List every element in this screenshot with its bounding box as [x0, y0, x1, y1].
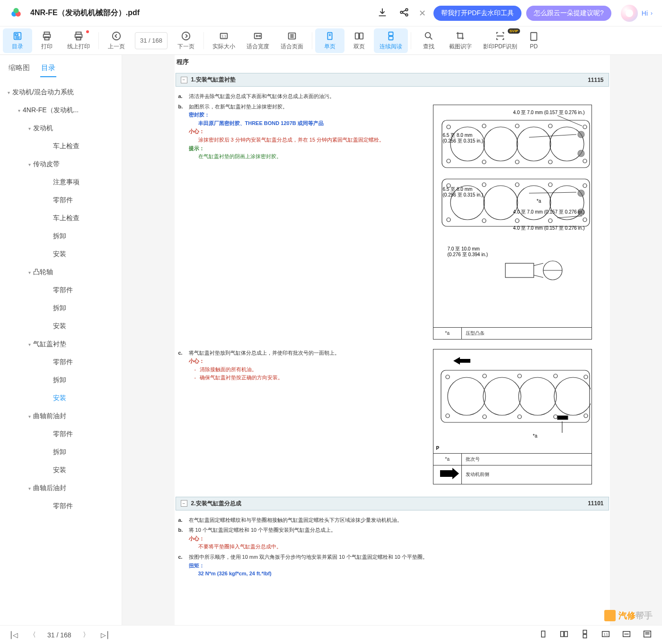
outline-item-label: 安装 [53, 322, 66, 331]
view-fitpage-icon[interactable] [642, 629, 653, 641]
section-code: 11101 [588, 500, 603, 507]
user-hi-text[interactable]: Hi [642, 9, 648, 17]
prev-page-button[interactable]: 上一页 [102, 28, 131, 53]
outline-item[interactable]: 零部件 [0, 353, 122, 371]
outline-item[interactable]: 拆卸 [0, 299, 122, 317]
caution-label: 小心： [189, 127, 428, 136]
outline-tree[interactable]: ▾发动机/混合动力系统▾4NR-FE（发动机...▾发动机车上检查▾传动皮带注意… [0, 78, 122, 625]
outline-item[interactable]: 车上检查 [0, 137, 122, 155]
view-fitwidth-icon[interactable] [621, 629, 632, 641]
promo-button-feedback[interactable]: 怎么跟云一朵提建议呢? [526, 6, 611, 21]
pdf-more-button[interactable]: PD [523, 28, 545, 53]
outline-item[interactable]: ▾传动皮带 [0, 155, 122, 173]
single-page-label: 单页 [324, 43, 335, 51]
user-avatar[interactable] [621, 5, 638, 22]
online-print-button[interactable]: 线上打印 [62, 28, 96, 53]
actual-size-button[interactable]: 1:1 实际大小 [207, 28, 241, 53]
outline-item[interactable]: 安装 [0, 389, 122, 407]
svg-rect-68 [505, 263, 534, 277]
outline-item-label: 发动机/混合动力系统 [12, 88, 74, 97]
outline-item[interactable]: 零部件 [0, 191, 122, 209]
outline-item[interactable]: 零部件 [0, 497, 122, 515]
find-button[interactable]: 查找 [414, 28, 443, 53]
svg-point-81 [554, 377, 591, 415]
double-page-button[interactable]: 双页 [344, 28, 374, 53]
fit-width-button[interactable]: 适合宽度 [241, 28, 275, 53]
diagram-gasket-orientation: *a P *a 批次号 发动机前侧 [433, 349, 592, 484]
print-icon [42, 31, 52, 41]
svg-point-46 [515, 160, 519, 164]
document-viewer[interactable]: 程序 − 1.安装气缸盖衬垫 11115 a. 清洁并去除气缸盖分总成下表面和气… [122, 55, 662, 625]
continuous-read-button[interactable]: 连续阅读 [374, 28, 408, 53]
outline-item[interactable]: ▾曲轴前油封 [0, 407, 122, 425]
outline-item[interactable]: 安装 [0, 245, 122, 263]
svg-rect-95 [541, 631, 545, 637]
first-page-icon[interactable]: ⎮◁ [9, 631, 18, 639]
svg-point-78 [448, 377, 485, 415]
outline-item[interactable]: 拆卸 [0, 227, 122, 245]
view-continuous-icon[interactable] [580, 629, 590, 641]
tab-catalog[interactable]: 目录 [40, 60, 56, 77]
view-single-icon[interactable] [538, 629, 548, 641]
outline-item[interactable]: 拆卸 [0, 371, 122, 389]
svg-point-85 [554, 374, 557, 378]
outline-item[interactable]: 零部件 [0, 281, 122, 299]
outline-item[interactable]: ▾凸轮轴 [0, 263, 122, 281]
sidebar: 缩略图 目录 ▾发动机/混合动力系统▾4NR-FE（发动机...▾发动机车上检查… [0, 55, 122, 625]
outline-item-label: 拆卸 [53, 232, 66, 241]
outline-item-label: 气缸盖衬垫 [33, 340, 66, 349]
svg-point-17 [182, 32, 190, 40]
outline-item-label: 安装 [53, 394, 66, 402]
share-icon[interactable] [399, 7, 409, 19]
download-icon[interactable] [377, 7, 388, 19]
single-page-button[interactable]: 单页 [315, 28, 344, 53]
view-double-icon[interactable] [559, 629, 569, 641]
page-display[interactable]: 31 / 168 [135, 32, 168, 49]
outline-item-label: 安装 [53, 466, 66, 474]
section-header-2[interactable]: − 2.安装气缸盖分总成 11101 [176, 497, 609, 510]
fit-width-icon [253, 31, 263, 41]
outline-item-label: 曲轴前油封 [33, 412, 66, 420]
promo-button-watermark[interactable]: 帮我打开PDF去水印工具 [433, 6, 521, 21]
outline-item[interactable]: 零部件 [0, 425, 122, 443]
outline-item[interactable]: ▾曲轴后油封 [0, 479, 122, 497]
next-page-icon[interactable]: 〉 [83, 631, 89, 639]
actual-size-label: 实际大小 [212, 43, 235, 51]
outline-item[interactable]: 安装 [0, 461, 122, 479]
outline-item[interactable]: ▾4NR-FE（发动机... [0, 101, 122, 119]
next-page-button[interactable]: 下一页 [171, 28, 201, 53]
collapse-icon[interactable]: − [181, 500, 187, 507]
chevron-right-icon[interactable]: › [651, 10, 653, 17]
scan-pdf-ocr-button[interactable]: SVIP 影印PDF识别 [477, 28, 523, 53]
print-button[interactable]: 打印 [32, 28, 62, 53]
fit-page-button[interactable]: 适合页面 [275, 28, 309, 53]
screenshot-ocr-button[interactable]: 截图识字 [443, 28, 477, 53]
outline-item[interactable]: ▾发动机/混合动力系统 [0, 83, 122, 101]
outline-item[interactable]: 车上检查 [0, 209, 122, 227]
dim-4: 4.0 至 7.0 mm (0.157 至 0.276 in.) [513, 208, 584, 216]
outline-item[interactable]: ▾气缸盖衬垫 [0, 335, 122, 353]
section-header-1[interactable]: − 1.安装气缸盖衬垫 11115 [176, 73, 609, 87]
outline-item[interactable]: ▾发动机 [0, 119, 122, 137]
svg-line-73 [557, 116, 582, 126]
view-1to1-icon[interactable]: 1:1 [600, 629, 611, 641]
fit-width-label: 适合宽度 [247, 43, 269, 51]
prev-page-icon[interactable]: 〈 [29, 631, 36, 639]
tab-thumbnails[interactable]: 缩略图 [8, 60, 31, 77]
step-letter: a. [178, 516, 189, 525]
svg-rect-96 [561, 632, 564, 637]
caution-label: 小心： [189, 357, 428, 366]
catalog-button[interactable]: 目录 [3, 28, 32, 53]
bottom-page-display[interactable]: 31 / 168 [47, 631, 71, 639]
promo-close-icon[interactable]: ✕ [419, 8, 426, 18]
outline-item[interactable]: 拆卸 [0, 443, 122, 461]
last-page-icon[interactable]: ▷⎮ [101, 631, 109, 639]
svg-rect-98 [583, 630, 586, 634]
collapse-icon[interactable]: − [181, 77, 187, 83]
actual-size-icon: 1:1 [219, 31, 229, 41]
outline-item[interactable]: 安装 [0, 317, 122, 335]
app-logo[interactable] [9, 7, 23, 20]
outline-item[interactable]: 注意事项 [0, 173, 122, 191]
dim-3b: (0.256 至 0.315 in.) [443, 191, 484, 199]
section-code: 11115 [588, 77, 603, 83]
